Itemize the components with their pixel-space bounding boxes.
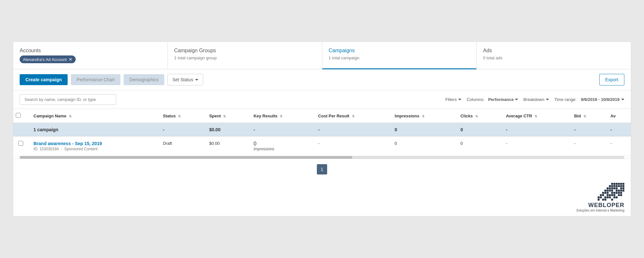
logo-pixel-cell xyxy=(598,194,600,196)
logo-pixel-cell xyxy=(622,187,624,189)
th-key-results[interactable]: Key Results ⇅ xyxy=(248,109,313,123)
account-badge[interactable]: Alexandra's Ad Account ✕ xyxy=(20,55,76,63)
logo-pixel-cell xyxy=(611,190,613,192)
scrollbar-thumb[interactable] xyxy=(20,156,352,159)
export-button[interactable]: Export xyxy=(599,74,624,85)
summary-row: 1 campaign - $0.00 - - 0 0 - - - xyxy=(13,123,631,136)
logo-pixel-cell xyxy=(609,194,611,196)
row-1-average-ctr-cell: - xyxy=(501,136,569,156)
th-spent[interactable]: Spent ⇅ xyxy=(204,109,249,123)
logo-pixel-cell xyxy=(598,192,600,194)
row-1-key-results-cell: 0 Impressions xyxy=(248,136,313,156)
logo-pixel-cell xyxy=(600,192,602,194)
logo-pixel-cell xyxy=(616,192,618,194)
th-av[interactable]: Av xyxy=(605,109,631,123)
filters-dropdown-arrow xyxy=(458,99,461,100)
demographics-button[interactable]: Demographics xyxy=(124,74,164,85)
logo-pixel-cell xyxy=(602,185,604,187)
logo-pixel-cell xyxy=(604,190,606,192)
time-range-button[interactable]: Time range: 9/9/2019 - 10/8/2019 xyxy=(554,97,624,102)
th-cost-per-result[interactable]: Cost Per Result ⇅ xyxy=(313,109,390,123)
horizontal-scrollbar[interactable] xyxy=(20,156,624,159)
logo-pixel-cell xyxy=(611,199,613,201)
row-1-checkbox[interactable] xyxy=(18,141,23,146)
filters-button[interactable]: Filters xyxy=(445,97,461,102)
logo-pixel-cell xyxy=(620,185,622,187)
logo-pixel-cell xyxy=(600,183,602,185)
footer: WEBLOPER Soluções em Internet e Marketin… xyxy=(13,180,631,216)
columns-prefix: Columns: xyxy=(467,97,484,102)
logo-tagline: Soluções em Internet e Marketing xyxy=(576,209,624,212)
campaigns-table: Campaign Name ⇅ Status ⇅ Spent ⇅ Key Res… xyxy=(13,109,631,156)
tab-accounts[interactable]: Accounts Alexandra's Ad Account ✕ xyxy=(13,42,168,69)
logo-pixel-cell xyxy=(613,194,615,196)
tab-campaign-groups-title: Campaign Groups xyxy=(174,48,316,54)
logo-pixel-cell xyxy=(616,187,618,189)
row-1-spent-cell: $0.00 xyxy=(204,136,249,156)
row-1-impressions-cell: 0 xyxy=(390,136,455,156)
logo-pixel-cell xyxy=(622,183,624,185)
sort-clicks-icon: ⇅ xyxy=(475,114,478,118)
row-1-clicks-cell: 0 xyxy=(455,136,501,156)
tab-campaign-groups-subtitle: 1 total campaign group xyxy=(174,55,316,60)
columns-button[interactable]: Columns: Performance xyxy=(467,97,518,102)
summary-cost-per-result-cell: - xyxy=(313,123,390,136)
th-average-ctr[interactable]: Average CTR ⇅ xyxy=(501,109,569,123)
logo-pixel-grid xyxy=(576,183,624,201)
logo-pixel-cell xyxy=(600,185,602,187)
tab-ads[interactable]: Ads 0 total ads xyxy=(477,42,631,69)
logo-pixel-cell xyxy=(602,190,604,192)
logo-pixel-cell xyxy=(613,199,615,201)
row-1-campaign-meta: ID: 153030184 · Sponsored Content xyxy=(33,147,153,151)
logo-pixel-cell xyxy=(604,187,606,189)
filter-bar: Filters Columns: Performance Breakdown T… xyxy=(13,90,631,109)
th-status[interactable]: Status ⇅ xyxy=(158,109,204,123)
webloper-logo: WEBLOPER Soluções em Internet e Marketin… xyxy=(576,183,624,212)
logo-pixel-cell xyxy=(616,185,618,187)
set-status-button[interactable]: Set Status xyxy=(167,74,203,85)
tab-campaigns-subtitle: 1 total campaign xyxy=(329,55,470,60)
th-campaign-name[interactable]: Campaign Name ⇅ xyxy=(28,109,158,123)
row-1-av-cell: - xyxy=(605,136,631,156)
th-bid[interactable]: Bid ⇅ xyxy=(569,109,605,123)
tab-accounts-title: Accounts xyxy=(20,48,161,54)
th-impressions[interactable]: Impressions ⇅ xyxy=(390,109,455,123)
logo-pixel-cell xyxy=(616,196,618,198)
table-row: Brand awareness - Sep 15, 2019 ID: 15303… xyxy=(13,136,631,156)
page-1-button[interactable]: 1 xyxy=(317,164,327,174)
logo-pixel-cell xyxy=(622,190,624,192)
logo-pixel-cell xyxy=(604,183,606,185)
logo-pixel-cell xyxy=(600,196,602,198)
th-clicks[interactable]: Clicks ⇅ xyxy=(455,109,501,123)
row-1-campaign-link[interactable]: Brand awareness - Sep 15, 2019 xyxy=(33,141,153,146)
logo-pixel-cell xyxy=(602,183,604,185)
th-checkbox xyxy=(13,109,28,123)
tab-campaigns-title: Campaigns xyxy=(329,48,470,54)
tab-ads-title: Ads xyxy=(483,48,624,54)
logo-pixel-cell xyxy=(609,190,611,192)
nav-tabs: Accounts Alexandra's Ad Account ✕ Campai… xyxy=(13,42,631,69)
breakdown-button[interactable]: Breakdown xyxy=(523,97,549,102)
logo-pixel-cell xyxy=(598,190,600,192)
logo-pixel-cell xyxy=(602,192,604,194)
logo-pixel-cell xyxy=(602,199,604,201)
sort-spent-icon: ⇅ xyxy=(223,114,226,118)
logo-pixel-cell xyxy=(622,196,624,198)
logo-pixel-cell xyxy=(604,199,606,201)
summary-av-cell: - xyxy=(605,123,631,136)
logo-pixel-cell xyxy=(609,187,611,189)
create-campaign-button[interactable]: Create campaign xyxy=(20,74,68,85)
tab-campaign-groups[interactable]: Campaign Groups 1 total campaign group xyxy=(168,42,322,69)
account-badge-close[interactable]: ✕ xyxy=(69,57,72,62)
logo-pixel-cell xyxy=(616,194,618,196)
logo-pixel-cell xyxy=(620,194,622,196)
logo-pixel-cell xyxy=(607,185,609,187)
search-input[interactable] xyxy=(20,94,116,105)
logo-pixel-cell xyxy=(604,192,606,194)
select-all-checkbox[interactable] xyxy=(16,113,21,118)
logo-pixel-cell xyxy=(598,183,600,185)
tab-campaigns[interactable]: Campaigns 1 total campaign xyxy=(322,42,477,69)
performance-chart-button[interactable]: Performance Chart xyxy=(71,74,120,85)
logo-pixel-cell xyxy=(602,194,604,196)
summary-average-ctr-cell: - xyxy=(501,123,569,136)
